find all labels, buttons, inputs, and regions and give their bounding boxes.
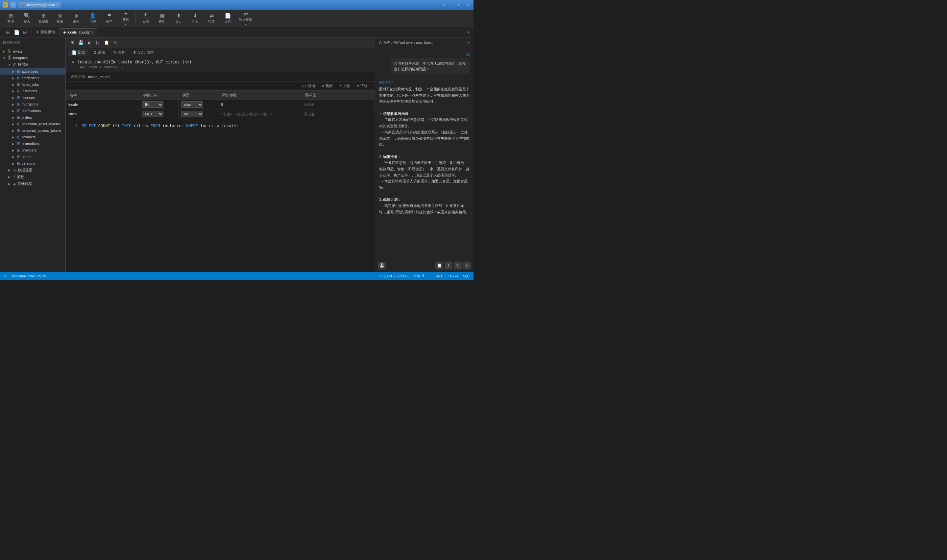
tab-locale-count2[interactable]: ◈ locale_count2 × [59,28,97,36]
ai-refresh-icon[interactable]: ↻ [454,262,462,269]
sql-editor[interactable]: 1 SELECT COUNT (*) INTO cities FROM inst… [66,119,375,272]
toolbar-search-label: 搜索 [24,19,30,24]
sidebar-item-licenses[interactable]: ▶ ⊞ licenses [0,94,65,101]
params-row-2: IN OUT INOUT char int [66,109,375,119]
toolbar-datatable[interactable]: ⊞ 数据表 [35,11,51,25]
toolbar-dump[interactable]: ⇄ 转存 [203,11,219,25]
param-1-extra-input[interactable] [221,103,298,106]
sidebar-item-credentials[interactable]: ▶ ⊞ credentials [0,75,65,81]
minimize-btn[interactable]: ─ [448,2,455,8]
toolbar-import[interactable]: ⬇ 导入 [187,11,203,25]
menu-btn[interactable]: ≡ [440,2,447,8]
sidebar-item-instances[interactable]: ▶ ⊞ instances [0,88,65,94]
stored-proc-arrow: ▶ [8,182,12,186]
param-2-type-select[interactable]: char int varchar text [181,111,203,117]
ai-save-icon[interactable]: 💾 [378,262,386,269]
tab-bar-icons: ⊞ 📄 ⊞ [1,28,32,36]
toolbar-user[interactable]: 👤 用户 [85,11,101,25]
params-del-btn[interactable]: ⊗ 删除 [320,83,335,89]
params-add-btn[interactable]: + + 新增 [300,83,317,89]
sidebar-item-password-reset[interactable]: ▶ ⊞ password_reset_tokens [0,121,65,127]
subtab-sql-preview[interactable]: 👁 SQL 预览 [129,49,157,56]
promotions-arrow: ▶ [12,142,16,146]
ai-send-icon[interactable]: ➤ [463,262,471,269]
param-1-type-select[interactable]: char int varchar text [181,101,203,108]
toolbar-query[interactable]: ⊞ 查询 [3,11,18,25]
proc-collapse-btn[interactable]: ▼ [71,60,75,65]
proc-copy-btn[interactable]: 📋 [103,39,111,47]
title-tab-close[interactable]: × [56,3,58,7]
param-1-test-input[interactable] [304,103,372,106]
toolbar-doc[interactable]: 📄 文档 [220,11,236,25]
ai-my-label: 我 [466,52,470,57]
sidebar-item-stored-proc[interactable]: ▶ ◈ 存储过程 [0,180,65,187]
sidebar-item-products[interactable]: ▶ ⊞ products [0,134,65,140]
param-1-name-input[interactable] [68,103,137,106]
sidebar-item-datatable[interactable]: ▼ ⊞ 数据表 [0,61,65,68]
toolbar-role[interactable]: ⚑ 角色 [101,11,117,25]
sidebar-item-personal-access[interactable]: ▶ ⊞ personal_access_tokens [0,127,65,134]
toolbar-export[interactable]: ⬆ 导出 [171,11,186,25]
sidebar-item-advertises[interactable]: ▶ ⊞ advertises [0,68,65,75]
sidebar-item-failed-jobs[interactable]: ▶ ⊞ failed_jobs [0,81,65,88]
param-1-direction-select[interactable]: IN OUT INOUT [142,101,163,108]
window-close-btn[interactable]: × [464,2,471,8]
params-up-btn[interactable]: ∧ 上移 [337,83,352,89]
sidebar-item-users[interactable]: ▶ ⊞ users [0,154,65,160]
tab-bar-icon2[interactable]: 📄 [12,28,20,36]
tab-bar-icon3[interactable]: ⊞ [21,28,29,36]
status-sidebar-toggle[interactable]: ☰ [4,274,7,278]
proc-new-btn[interactable]: ⊞ [68,39,76,47]
ai-footer: 💾 📋 ⬇ ↻ ➤ [375,258,473,272]
tab-bar-icon1[interactable]: ⊞ [4,28,12,36]
params-down-btn[interactable]: ∨ 下移 [355,83,370,89]
tab-locale-close[interactable]: × [91,30,93,34]
versions-label: versions [22,162,35,165]
orders-icon: ⊞ [17,115,20,120]
title-tab[interactable]: 🦘 Kangaroo@Local × [18,2,61,8]
sidebar-item-migrations[interactable]: ▶ ⊞ migrations [0,101,65,108]
sidebar-item-versions[interactable]: ▶ ⊞ versions [0,160,65,167]
tab-dropdown-btn[interactable]: ▾ [465,30,472,34]
sidebar-item-providers[interactable]: ▶ ⊞ providers [0,147,65,154]
toolbar-log[interactable]: ⏱ 日志 [138,11,154,25]
toolbar-transfer[interactable]: ⇌ 数据传输 ▾ [236,9,255,28]
tab-locale-icon: ◈ [63,30,66,34]
subtab-advanced[interactable]: ⚙ 高级 [90,49,108,56]
param-2-direction-select[interactable]: IN OUT INOUT [142,111,163,117]
sidebar-item-promotions[interactable]: ▶ ⊞ promotions [0,140,65,147]
sidebar-item-orders[interactable]: ▶ ⊞ orders [0,114,65,121]
toolbar-other[interactable]: ✦ 其它 ▾ [118,9,134,28]
definition-icon: 📄 [72,50,77,55]
subtab-definition[interactable]: 📄 定义 [68,49,88,56]
sidebar-item-kangaroo[interactable]: ▼ 🗄 kangaroo [0,55,65,61]
tab-new-query[interactable]: ✦ 新建查询 [32,28,59,36]
kangaroo-db-icon: 🗄 [8,55,12,60]
param-2-test-input[interactable] [304,112,372,116]
toolbar-view[interactable]: ◎ 视图 [52,11,68,25]
sidebar-item-functions[interactable]: ▶ ƒ 函数 [0,174,65,180]
proc-run2-btn[interactable]: ▷ [94,39,102,47]
maximize-btn[interactable]: □ [456,2,463,8]
proc-close-btn[interactable]: ✕ [111,39,119,47]
sidebar-item-notifications[interactable]: ▶ ⊞ notifications [0,108,65,114]
datatable-tree-label: 数据表 [18,62,29,67]
sidebar-item-dataview[interactable]: ▶ ◎ 数据视图 [0,167,65,174]
param-1-name-cell [66,100,139,109]
proc-run-btn[interactable]: ▶ [86,39,93,47]
toolbar-model[interactable]: ▦ 模型 [154,11,170,25]
kw-where: WHERE [186,123,198,128]
proc-save-btn[interactable]: 💾 [77,39,85,47]
kangaroo-arrow: ▼ [3,56,6,60]
toolbar-routine[interactable]: ◈ 例程 [68,11,84,25]
sidebar-item-mysql[interactable]: ▶ 🗄 mysql [0,48,65,55]
param-2-name-input[interactable] [68,112,137,116]
licenses-icon: ⊞ [17,95,20,100]
toolbar-search[interactable]: 🔍 搜索 [19,11,35,25]
new-tab-button[interactable]: + [10,2,17,8]
ai-copy-icon[interactable]: 📋 [435,262,443,269]
ai-download-icon[interactable]: ⬇ [445,262,453,269]
subtab-comment[interactable]: ✎ 注释 [110,49,128,56]
datatable-tree-icon: ⊞ [13,62,17,67]
ai-model-dropdown[interactable]: ▾ [468,41,470,45]
